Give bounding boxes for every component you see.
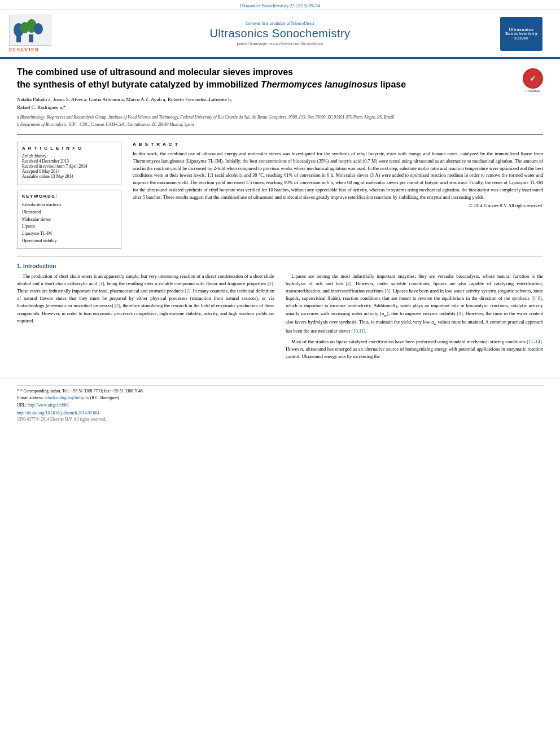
article-info-title: A R T I C L E I N F O [22, 146, 116, 151]
keyword-2: Ultrasound [22, 209, 116, 216]
keyword-4: Lipases [22, 223, 116, 230]
doi-line[interactable]: http://dx.doi.org/10.1016/j.ultsonch.201… [17, 410, 543, 416]
journal-center: Contents lists available at ScienceDirec… [60, 21, 500, 46]
elsevier-text: ELSEVIER [9, 47, 40, 53]
body-col-right: Lipases are among the most industrially … [286, 273, 543, 364]
page-container: Ultrasonics Sonochemistry 22 (2015) 89–9… [0, 0, 560, 426]
received-date: Received 4 December 2013 [22, 159, 116, 164]
body-text-right: Lipases are among the most industrially … [286, 273, 543, 361]
issn-line: 1350-4177/© 2014 Elsevier B.V. All right… [17, 417, 543, 422]
article-title: The combined use of ultrasound and molec… [17, 66, 517, 90]
crossmark-icon: ✓ [523, 68, 543, 89]
contents-line: Contents lists available at ScienceDirec… [60, 21, 500, 26]
right-col: A B S T R A C T In this work, the combin… [133, 142, 543, 249]
intro-para-2: Lipases are among the most industrially … [286, 273, 543, 335]
keyword-3: Molecular sieves [22, 216, 116, 224]
abstract-title: A B S T R A C T [133, 142, 543, 147]
keyword-list: Esterification reactions Ultrasound Mole… [22, 202, 116, 245]
journal-title: Ultrasonics Sonochemistry [60, 27, 500, 40]
elsevier-logo: ELSEVIER [9, 15, 60, 53]
abstract-section: A B S T R A C T In this work, the combin… [133, 142, 543, 209]
section-divider-1 [17, 134, 543, 135]
keywords-title: Keywords: [22, 194, 116, 199]
corresponding-note: * * Corresponding author. Tel.: +55 51 3… [17, 388, 543, 395]
keyword-5: Lipozyme TL-IM [22, 230, 116, 238]
email-address[interactable]: rafaelcrodrigues@ufrgs.br [45, 395, 89, 400]
body-text-left: The production of short chain esters is … [17, 273, 274, 325]
intro-para-3: Most of the studies on lipase-catalyzed … [286, 338, 543, 361]
keywords-box: Keywords: Esterification reactions Ultra… [17, 190, 121, 249]
article-footer: * * Corresponding author. Tel.: +55 51 3… [0, 378, 560, 427]
homepage-line: journal homepage: www.elsevier.com/locat… [60, 41, 500, 46]
url-link[interactable]: http://www.ufrgs.br/bbb. [28, 403, 69, 408]
affiliations: a Biotechnology, Bioprocess and Biocatal… [17, 115, 543, 128]
keyword-1: Esterification reactions [22, 202, 116, 209]
section-divider-2 [17, 256, 543, 256]
authors: Natalia Paludo a, Joana S. Alves a, Cint… [17, 96, 543, 111]
keyword-6: Operational stability [22, 238, 116, 245]
title-row: The combined use of ultrasound and molec… [17, 66, 543, 96]
ultrasonics-logo-text: UltrasonicsSonochemistry [505, 28, 537, 36]
available-date: Available online 13 May 2014 [22, 174, 116, 179]
intro-heading: 1. Introduction [17, 263, 543, 269]
copyright-line: © 2014 Elsevier B.V. All rights reserved… [133, 203, 543, 209]
sciencedirect-link[interactable]: ScienceDirect [291, 21, 314, 26]
body-col-left: The production of short chain esters is … [17, 273, 274, 364]
elsevier-logo-image [9, 15, 51, 46]
journal-top-bar: Ultrasonics Sonochemistry 22 (2015) 89–9… [0, 0, 560, 10]
crossmark-label: CrossMark [523, 89, 543, 93]
abstract-text: In this work, the combined use of ultras… [133, 150, 543, 209]
article-content: The combined use of ultrasound and molec… [0, 59, 560, 371]
journal-citation: Ultrasonics Sonochemistry 22 (2015) 89–9… [240, 3, 320, 8]
two-col-layout: A R T I C L E I N F O Article history: R… [17, 142, 543, 249]
affiliation-a: a Biotechnology, Bioprocess and Biocatal… [17, 115, 543, 121]
svg-rect-5 [29, 34, 33, 42]
left-logo-area: ELSEVIER [9, 15, 60, 53]
title-area: The combined use of ultrasound and molec… [17, 66, 517, 96]
accepted-date: Accepted 6 May 2014 [22, 169, 116, 174]
footer-rule [17, 385, 543, 386]
crossmark-area: ✓ CrossMark [523, 68, 543, 93]
svg-point-4 [34, 23, 43, 34]
svg-text:✓: ✓ [530, 74, 536, 83]
intro-para-1: The production of short chain esters is … [17, 273, 274, 325]
history-label: Article history: [22, 154, 116, 159]
email-line: E-mail address: rafaelcrodrigues@ufrgs.b… [17, 395, 543, 401]
ultrasonics-logo: UltrasonicsSonochemistry ELSEVIER [500, 17, 542, 51]
abstract-body: In this work, the combined use of ultras… [133, 151, 543, 200]
article-info-box: A R T I C L E I N F O Article history: R… [17, 142, 121, 185]
right-logo-area: UltrasonicsSonochemistry ELSEVIER [500, 17, 551, 51]
body-two-col: The production of short chain esters is … [17, 273, 543, 364]
journal-header: ELSEVIER Contents lists available at Sci… [0, 10, 560, 58]
left-col: A R T I C L E I N F O Article history: R… [17, 142, 121, 249]
url-line: URL: http://www.ufrgs.br/bbb. [17, 403, 543, 409]
revised-date: Received in revised form 7 April 2014 [22, 164, 116, 169]
affiliation-b: b Department of Biocatalysis, ICP – CSIC… [17, 122, 543, 128]
history-group: Article history: Received 4 December 201… [22, 154, 116, 179]
